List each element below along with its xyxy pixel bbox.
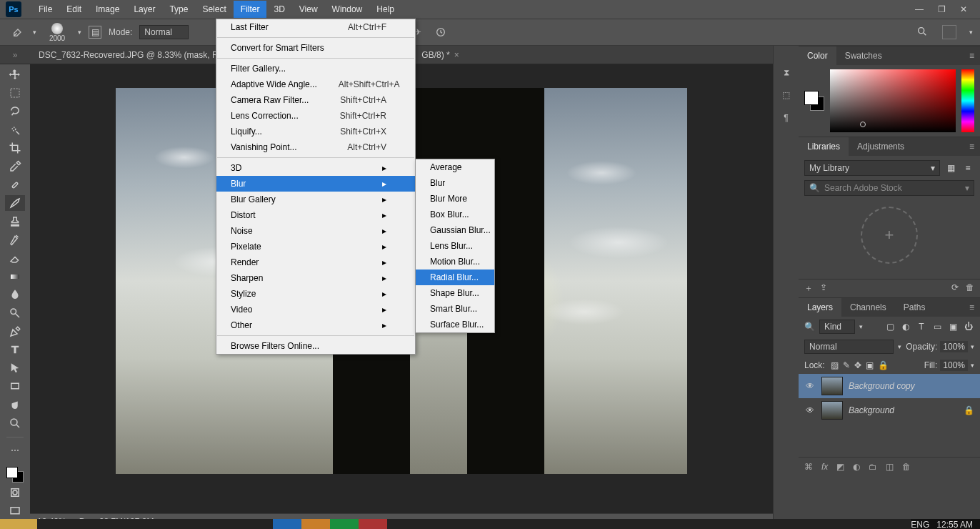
menu-item-lens-correction[interactable]: Lens Correction...Shift+Ctrl+R (216, 108, 415, 124)
adjust-filter-icon[interactable]: ◐ (900, 321, 911, 332)
minimize-icon[interactable]: — (915, 4, 924, 14)
gradient-tool-icon[interactable] (5, 269, 25, 285)
pressure-icon[interactable] (433, 24, 449, 40)
menu-item-other[interactable]: Other▸ (216, 317, 415, 333)
brush-preview[interactable]: 2000 (44, 22, 71, 42)
menu-item-render[interactable]: Render▸ (216, 254, 415, 270)
crop-tool-icon[interactable] (5, 141, 25, 157)
layer-row[interactable]: 👁 Background copy (799, 374, 980, 398)
layer-row[interactable]: 👁 Background 🔒 (799, 398, 980, 422)
menu-item-blur-basic[interactable]: Blur (416, 175, 494, 191)
layer-thumbnail[interactable] (821, 401, 843, 420)
menu-item-box-blur[interactable]: Box Blur... (416, 207, 494, 222)
menu-item-radial-blur[interactable]: Radial Blur... (416, 270, 494, 285)
menu-item-filter-gallery[interactable]: Filter Gallery... (216, 61, 415, 76)
screenmode-icon[interactable] (5, 503, 25, 519)
type-tool-icon[interactable] (5, 342, 25, 357)
tab-grip-icon[interactable]: » (0, 50, 30, 60)
visibility-icon[interactable]: 👁 (804, 381, 816, 391)
library-dropdown[interactable]: My Library▾ (804, 160, 940, 176)
menu-item-surface-blur[interactable]: Surface Blur... (416, 317, 494, 332)
menu-help[interactable]: Help (369, 1, 401, 18)
tab-layers[interactable]: Layers (799, 298, 841, 317)
filter-icon[interactable]: 🔍 (804, 322, 815, 332)
character-panel-icon[interactable]: ¶ (784, 113, 788, 123)
rectangle-tool-icon[interactable] (5, 379, 25, 395)
menu-item-last-filter[interactable]: Last FilterAlt+Ctrl+F (216, 19, 415, 35)
menu-item-sharpen[interactable]: Sharpen▸ (216, 270, 415, 286)
menu-type[interactable]: Type (162, 1, 195, 18)
layer-name[interactable]: Background (849, 405, 958, 415)
menu-item-3d[interactable]: 3D▸ (216, 160, 415, 176)
menu-item-average[interactable]: Average (416, 159, 494, 175)
menu-item-stylize[interactable]: Stylize▸ (216, 286, 415, 302)
menu-3d[interactable]: 3D (266, 1, 291, 18)
menu-image[interactable]: Image (89, 1, 126, 18)
tab-paths[interactable]: Paths (895, 298, 934, 317)
chevron-down-icon[interactable]: ▾ (78, 29, 81, 36)
chevron-down-icon[interactable]: ▾ (971, 362, 974, 369)
quick-select-tool-icon[interactable] (5, 122, 25, 138)
menu-item-convert-smart[interactable]: Convert for Smart Filters (216, 40, 415, 56)
menu-item-camera-raw[interactable]: Camera Raw Filter...Shift+Ctrl+A (216, 92, 415, 108)
chevron-down-icon[interactable]: ▾ (971, 343, 974, 350)
library-drop-zone[interactable]: + (804, 196, 974, 275)
document-tab-overflow[interactable]: GB/8) * × (413, 46, 467, 64)
menu-item-smart-blur[interactable]: Smart Blur... (416, 301, 494, 317)
color-swatch-toggle[interactable] (804, 91, 824, 111)
smart-filter-icon[interactable]: ▣ (947, 321, 959, 332)
list-view-icon[interactable]: ≡ (961, 162, 974, 174)
layer-thumbnail[interactable] (821, 377, 843, 395)
adjustment-layer-icon[interactable]: ◐ (853, 462, 860, 472)
clock[interactable]: 12:55 AM (936, 520, 973, 529)
menu-item-browse-online[interactable]: Browse Filters Online... (216, 338, 415, 354)
tab-channels[interactable]: Channels (841, 298, 895, 317)
menu-item-video[interactable]: Video▸ (216, 302, 415, 317)
shape-filter-icon[interactable]: ▭ (931, 321, 943, 332)
upload-icon[interactable]: ⇪ (820, 282, 827, 295)
taskbar-app-icon[interactable] (359, 519, 387, 529)
panel-menu-icon[interactable]: ≡ (964, 302, 980, 312)
blend-mode-select[interactable]: Normal (804, 340, 894, 354)
menu-item-distort[interactable]: Distort▸ (216, 207, 415, 223)
lock-position-icon[interactable]: ✥ (854, 360, 861, 370)
history-brush-tool-icon[interactable] (5, 232, 25, 248)
chevron-down-icon[interactable]: ▾ (33, 29, 36, 36)
pen-tool-icon[interactable] (5, 324, 25, 340)
tab-swatches[interactable]: Swatches (836, 46, 891, 65)
link-layers-icon[interactable]: ⌘ (804, 462, 813, 472)
chevron-down-icon[interactable]: ▾ (859, 323, 863, 330)
menu-edit[interactable]: Edit (59, 1, 89, 18)
color-swatches[interactable] (6, 467, 24, 483)
hue-slider[interactable] (961, 69, 974, 132)
menu-filter[interactable]: Filter (234, 1, 267, 18)
close-icon[interactable]: ✕ (960, 4, 967, 14)
group-icon[interactable]: 🗀 (869, 462, 877, 472)
menu-item-shape-blur[interactable]: Shape Blur... (416, 285, 494, 301)
edit-toolbar-icon[interactable]: ⋯ (5, 443, 25, 458)
menu-item-vanishing-point[interactable]: Vanishing Point...Alt+Ctrl+V (216, 139, 415, 155)
chevron-down-icon[interactable]: ▾ (898, 343, 901, 350)
trash-icon[interactable]: 🗑 (966, 282, 974, 295)
brush-panel-icon[interactable]: ▤ (89, 26, 101, 39)
menu-item-lens-blur[interactable]: Lens Blur... (416, 238, 494, 254)
healing-tool-icon[interactable] (5, 177, 25, 193)
lock-artboard-icon[interactable]: ▣ (866, 360, 874, 370)
blur-tool-icon[interactable] (5, 287, 25, 303)
trash-icon[interactable]: 🗑 (902, 462, 911, 472)
search-icon[interactable] (916, 26, 928, 39)
panel-menu-icon[interactable]: ≡ (964, 142, 980, 152)
taskbar-app-icon[interactable] (330, 519, 359, 529)
menu-item-blur[interactable]: Blur▸ (216, 176, 415, 192)
taskbar-app-icon[interactable] (273, 519, 301, 529)
dodge-tool-icon[interactable] (5, 305, 25, 321)
lock-pixels-icon[interactable]: ✎ (843, 360, 850, 370)
menu-select[interactable]: Select (195, 1, 233, 18)
stamp-tool-icon[interactable] (5, 214, 25, 229)
color-field[interactable] (830, 69, 956, 132)
close-icon[interactable]: × (454, 50, 459, 60)
document-tab[interactable]: DSC_7632-Recovered.JPG @ 8.33% (mask, RG… (30, 46, 241, 64)
visibility-icon[interactable]: 👁 (804, 405, 816, 415)
menu-view[interactable]: View (292, 1, 325, 18)
tab-color[interactable]: Color (799, 46, 836, 65)
